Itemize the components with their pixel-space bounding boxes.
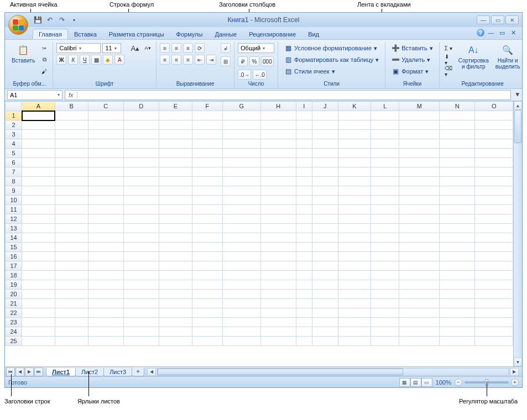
cell[interactable] [338, 214, 371, 224]
cell[interactable] [296, 327, 312, 337]
cell[interactable] [296, 318, 312, 327]
new-sheet-button[interactable]: ✦ [132, 368, 144, 376]
cell[interactable] [22, 271, 55, 280]
cell[interactable] [260, 139, 296, 149]
cell[interactable] [55, 243, 88, 252]
scroll-thumb[interactable] [514, 110, 521, 143]
cell[interactable] [371, 120, 399, 130]
font-color-button[interactable]: A [114, 55, 124, 65]
cell[interactable] [88, 149, 123, 158]
cell[interactable] [296, 299, 312, 308]
cell[interactable] [312, 233, 338, 243]
row-header[interactable]: 25 [6, 337, 22, 346]
hscroll-track[interactable] [157, 368, 509, 376]
cell[interactable] [312, 299, 338, 308]
cell[interactable] [88, 271, 123, 280]
cell[interactable] [223, 243, 261, 252]
cell[interactable] [440, 214, 475, 224]
cell[interactable] [192, 280, 222, 290]
cell[interactable] [338, 308, 371, 318]
cell[interactable] [371, 130, 399, 139]
cell[interactable] [88, 214, 123, 224]
cell[interactable] [88, 167, 123, 177]
cell[interactable] [159, 149, 192, 158]
cell[interactable] [192, 299, 222, 308]
cell[interactable] [399, 139, 440, 149]
cell[interactable] [338, 224, 371, 233]
sheet-tab-2[interactable]: Лист2 [75, 368, 104, 376]
cell[interactable] [223, 261, 261, 271]
cell[interactable] [123, 252, 159, 261]
select-all-corner[interactable] [6, 102, 22, 111]
cell[interactable] [338, 111, 371, 120]
cell[interactable] [159, 130, 192, 139]
cell[interactable] [123, 120, 159, 130]
align-bottom-button[interactable]: ≡ [183, 43, 193, 53]
cell-styles-button[interactable]: ▤Стили ячеек ▾ [281, 66, 382, 76]
cell[interactable] [192, 252, 222, 261]
cell[interactable] [296, 205, 312, 214]
cell[interactable] [371, 308, 399, 318]
cell[interactable] [159, 271, 192, 280]
col-header[interactable]: C [88, 102, 123, 111]
cell[interactable] [88, 158, 123, 167]
cell[interactable] [260, 243, 296, 252]
cell[interactable] [371, 139, 399, 149]
cell[interactable] [22, 130, 55, 139]
maximize-button[interactable]: ▭ [491, 15, 504, 24]
row-header[interactable]: 19 [6, 280, 22, 290]
cell[interactable] [399, 299, 440, 308]
cell[interactable] [399, 327, 440, 337]
cell[interactable] [88, 280, 123, 290]
cut-icon[interactable]: ✂ [39, 43, 49, 53]
align-center-button[interactable]: ≡ [171, 55, 181, 65]
cell[interactable] [371, 327, 399, 337]
cell[interactable] [475, 327, 513, 337]
cell[interactable] [312, 308, 338, 318]
col-header[interactable]: B [55, 102, 88, 111]
scroll-left-button[interactable]: ◀ [147, 368, 156, 376]
cell[interactable] [22, 308, 55, 318]
cell[interactable] [159, 280, 192, 290]
cell[interactable] [192, 205, 222, 214]
cell[interactable] [399, 167, 440, 177]
cell[interactable] [55, 290, 88, 299]
clear-button[interactable]: ⌫ ▾ [443, 66, 454, 76]
cell[interactable] [88, 224, 123, 233]
row-header[interactable]: 23 [6, 318, 22, 327]
cell[interactable] [475, 337, 513, 346]
cell[interactable] [371, 186, 399, 196]
cell[interactable] [22, 186, 55, 196]
cell[interactable] [440, 130, 475, 139]
cell[interactable] [88, 243, 123, 252]
cell[interactable] [338, 261, 371, 271]
cell[interactable] [260, 290, 296, 299]
cell[interactable] [223, 196, 261, 205]
cell[interactable] [88, 252, 123, 261]
fill-button[interactable]: ⬇ ▾ [443, 55, 454, 65]
cell[interactable] [440, 243, 475, 252]
cell[interactable] [223, 167, 261, 177]
tab-data[interactable]: Данные [208, 29, 243, 39]
cell[interactable] [475, 177, 513, 186]
cell[interactable] [475, 111, 513, 120]
cell[interactable] [192, 224, 222, 233]
cell[interactable] [123, 167, 159, 177]
col-header[interactable]: J [312, 102, 338, 111]
cell[interactable] [159, 290, 192, 299]
cell[interactable] [312, 120, 338, 130]
cell[interactable] [312, 130, 338, 139]
cell[interactable] [296, 261, 312, 271]
cell[interactable] [88, 290, 123, 299]
cell[interactable] [22, 177, 55, 186]
cell[interactable] [371, 111, 399, 120]
cell[interactable] [371, 243, 399, 252]
cell[interactable] [22, 327, 55, 337]
cell[interactable] [159, 252, 192, 261]
cell[interactable] [88, 233, 123, 243]
cell[interactable] [338, 337, 371, 346]
name-box[interactable]: A1 ▾ [7, 90, 62, 100]
cell[interactable] [371, 205, 399, 214]
cell[interactable] [22, 280, 55, 290]
col-header[interactable]: I [296, 102, 312, 111]
